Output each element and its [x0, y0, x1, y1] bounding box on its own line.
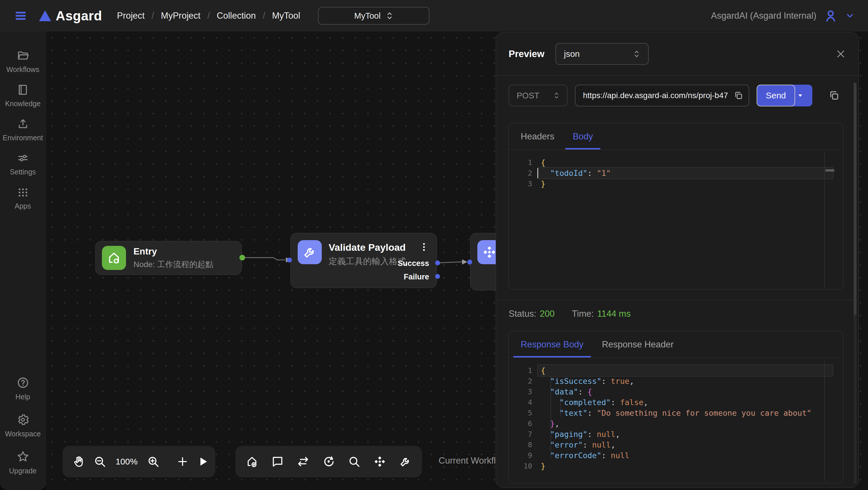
validate-node-wrench-icon [298, 240, 322, 264]
request-bar: POST https://api.dev.asgard-ai.com/ns/pr… [508, 85, 846, 106]
line-number: 2 [508, 376, 541, 386]
breadcrumb-mytool[interactable]: MyTool [272, 11, 300, 21]
menu-icon[interactable] [13, 8, 28, 23]
response-tabs: Response Body Response Header [508, 331, 843, 358]
tools-wrench-icon[interactable] [398, 454, 413, 469]
add-node-plus-icon[interactable] [177, 454, 188, 469]
tab-headers[interactable]: Headers [512, 123, 563, 150]
user-icon[interactable] [824, 9, 838, 23]
zoom-level-value[interactable]: 100% [115, 457, 138, 466]
sidebar-item-settings[interactable]: Settings [0, 148, 45, 180]
code-line[interactable]: 3} [508, 178, 843, 189]
url-input[interactable]: https://api.dev.asgard-ai.com/ns/proj-b4… [575, 85, 749, 106]
panel-scrollbar[interactable] [854, 83, 857, 484]
line-number: 6 [508, 418, 541, 429]
search-icon[interactable] [347, 454, 362, 469]
comment-icon[interactable] [270, 454, 285, 469]
sidebar-label: Workspace [5, 430, 41, 438]
code-line[interactable]: 9 "errorCode": null [508, 450, 843, 461]
entry-output-port[interactable] [239, 255, 245, 261]
code-line[interactable]: 2 "todoId": "1" [508, 168, 843, 178]
code-line[interactable]: 5 "text": "Do something nice for someone… [508, 408, 843, 418]
tab-response-body[interactable]: Response Body [512, 331, 593, 357]
zoom-in-icon[interactable] [147, 454, 160, 469]
breadcrumb-project[interactable]: Project [117, 11, 144, 21]
code-text: "error": null, [541, 439, 615, 450]
sidebar-item-upgrade[interactable]: Upgrade [0, 445, 45, 480]
sidebar-item-environment[interactable]: Environment [0, 113, 45, 146]
add-entry-node-icon[interactable] [245, 454, 259, 469]
sidebar-item-apps[interactable]: Apps [0, 182, 45, 214]
format-select-value: json [564, 49, 580, 59]
preview-panel: Preview json POST https://api.dev.asgard… [496, 32, 859, 488]
run-play-icon[interactable] [197, 454, 209, 469]
port-label-success: Success [398, 259, 429, 268]
line-number: 1 [508, 365, 541, 376]
rerun-rotate-icon[interactable] [321, 454, 336, 469]
folder-icon [17, 50, 29, 62]
response-card: Response Body Response Header 1{2 "isSuc… [508, 331, 843, 483]
code-line[interactable]: 3 "data": { [508, 386, 843, 397]
tool-selector-dropdown[interactable]: MyTool [318, 7, 429, 25]
breadcrumb-separator: / [262, 11, 265, 21]
send-button[interactable]: Send [756, 85, 795, 106]
breadcrumb-myproject[interactable]: MyProject [161, 11, 200, 21]
code-line[interactable]: 6 }, [508, 418, 843, 429]
code-line[interactable]: 4 "completed": false, [508, 397, 843, 408]
code-line[interactable]: 1{ [508, 157, 843, 168]
method-select[interactable]: POST [508, 85, 567, 106]
swap-arrows-icon[interactable] [296, 454, 311, 469]
sidebar-label: Settings [10, 168, 36, 176]
code-line[interactable]: 2 "isSuccess": true, [508, 376, 843, 386]
copy-request-icon[interactable] [828, 90, 840, 101]
line-number: 10 [508, 461, 541, 471]
breadcrumb-collection[interactable]: Collection [217, 11, 256, 21]
validate-success-port[interactable] [435, 261, 440, 265]
tab-response-header[interactable]: Response Header [593, 331, 683, 357]
updown-chevron-icon [386, 11, 393, 20]
edge-arrowhead [462, 259, 467, 264]
time-label: Time: [572, 309, 594, 319]
close-icon[interactable] [836, 49, 846, 59]
partial-node-input-port[interactable] [467, 260, 472, 264]
editor-scrollbar-thumb[interactable] [825, 169, 834, 171]
response-body-editor[interactable]: 1{2 "isSuccess": true,3 "data": {4 "comp… [508, 358, 843, 471]
sidebar-item-workspace[interactable]: Workspace [0, 408, 45, 443]
validate-failure-port[interactable] [435, 274, 440, 279]
sidebar-item-help[interactable]: Help [0, 371, 45, 406]
editor-scrollbar-track[interactable] [824, 359, 825, 481]
sidebar-item-knowledge[interactable]: Knowledge [0, 79, 45, 112]
pan-hand-icon[interactable] [72, 454, 85, 469]
editor-scrollbar-track[interactable] [824, 152, 825, 288]
brand-title: Asgard [56, 8, 102, 24]
format-select[interactable]: json [555, 43, 649, 65]
code-text: }, [541, 418, 559, 429]
asgard-logo-icon [38, 10, 52, 22]
sidebar-item-workflows[interactable]: Workflows [0, 45, 45, 78]
copy-url-icon[interactable] [734, 91, 743, 100]
breadcrumb-separator: / [207, 11, 210, 21]
code-line[interactable]: 8 "error": null, [508, 439, 843, 450]
send-split-button: Send [756, 85, 812, 106]
node-validate-payload[interactable]: Validate Payload 定義工具的輸入格式 Success Failu… [290, 233, 437, 288]
code-line[interactable]: 10} [508, 461, 843, 471]
line-number: 9 [508, 450, 541, 461]
apps-grid-icon [17, 186, 29, 198]
request-body-editor[interactable]: 1{2 "todoId": "1"3} [508, 150, 843, 189]
node-kebab-menu-icon[interactable] [419, 242, 429, 252]
zoom-out-icon[interactable] [94, 454, 106, 469]
sidebar-label: Knowledge [5, 100, 41, 108]
request-card: Headers Body 1{2 "todoId": "1"3} [508, 123, 843, 290]
code-text: { [541, 365, 546, 376]
code-text: "errorCode": null [541, 450, 629, 461]
validate-node-subtitle: 定義工具的輸入格式 [329, 256, 406, 267]
tab-body[interactable]: Body [563, 123, 602, 150]
node-cluster-icon[interactable] [372, 454, 387, 469]
account-chevron-down-icon[interactable] [845, 11, 855, 21]
code-line[interactable]: 7 "paging": null, [508, 429, 843, 439]
node-entry[interactable]: Entry Node: 工作流程的起點 [95, 241, 242, 275]
code-text: "data": { [541, 386, 592, 397]
validate-input-port[interactable] [287, 258, 292, 262]
code-line[interactable]: 1{ [508, 365, 843, 376]
line-number: 1 [508, 157, 541, 168]
